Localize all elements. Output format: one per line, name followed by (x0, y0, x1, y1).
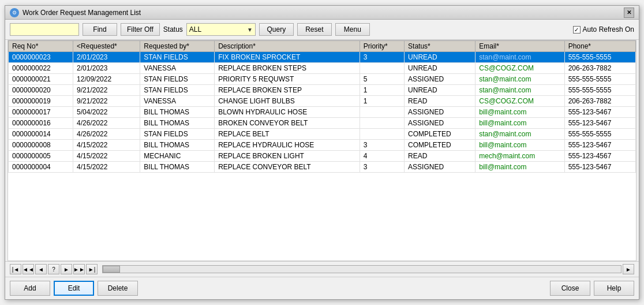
table-cell-3: CHANGE LIGHT BULBS (215, 96, 360, 107)
table-cell-1: 2/01/2023 (73, 63, 140, 74)
add-button[interactable]: Add (10, 281, 50, 296)
table-row[interactable]: 00000000199/21/2022VANESSACHANGE LIGHT B… (9, 96, 636, 107)
nav-prev-prev-button[interactable]: ◄◄ (23, 264, 34, 274)
table-cell-0: 0000000016 (9, 118, 73, 129)
table-cell-7: 555-555-5555 (564, 52, 635, 63)
status-dropdown[interactable]: ALL ▼ (186, 23, 256, 36)
status-value: ALL (189, 25, 201, 34)
reset-button[interactable]: Reset (297, 23, 332, 36)
nav-next-button[interactable]: ► (61, 264, 72, 274)
table-row[interactable]: 00000000054/15/2022MECHANICREPLACE BROKE… (9, 151, 636, 162)
table-cell-7: 555-555-5555 (564, 129, 635, 140)
horizontal-scrollbar[interactable] (102, 265, 621, 273)
nav-prev-button[interactable]: ◄ (35, 264, 47, 274)
table-cell-7: 555-123-5467 (564, 162, 635, 173)
table-cell-5: ASSIGNED (405, 74, 475, 85)
table-cell-1: 2/01/2023 (73, 52, 140, 63)
table-cell-1: 4/15/2022 (73, 140, 140, 151)
nav-last-button[interactable]: ►| (86, 264, 98, 274)
table-cell-1: 4/26/2022 (73, 118, 140, 129)
table-cell-5: ASSIGNED (405, 162, 475, 173)
nav-next-next-button[interactable]: ►► (73, 264, 85, 274)
toolbar: Find Filter Off Status ALL ▼ Query Reset… (5, 20, 639, 40)
table-cell-0: 0000000005 (9, 151, 73, 162)
table-cell-4 (360, 107, 404, 118)
search-input[interactable] (10, 23, 79, 36)
col-requested: <Requested* (73, 41, 140, 52)
help-button[interactable]: Help (594, 281, 634, 296)
table-cell-2: BILL THOMAS (140, 140, 215, 151)
table-cell-7: 206-263-7882 (564, 63, 635, 74)
table-cell-1: 4/26/2022 (73, 129, 140, 140)
table-cell-2: STAN FIELDS (140, 74, 215, 85)
table-cell-5: ASSIGNED (405, 118, 475, 129)
window-close-button[interactable]: ✕ (624, 8, 634, 18)
col-status: Status* (405, 41, 475, 52)
table-header-row: Req No* <Requested* Requested by* Descri… (9, 41, 636, 52)
data-table-container[interactable]: Req No* <Requested* Requested by* Descri… (8, 40, 636, 261)
table-cell-3: REPLACE BROKEN STEP (215, 85, 360, 96)
footer-bar: Add Edit Delete Close Help (5, 277, 639, 299)
find-button[interactable]: Find (83, 23, 117, 36)
table-cell-1: 9/21/2022 (73, 85, 140, 96)
col-requested-by: Requested by* (140, 41, 215, 52)
table-cell-3: REPLACE BROKEN LIGHT (215, 151, 360, 162)
table-cell-5: COMPLETED (405, 129, 475, 140)
table-cell-3: PRIORITY 5 REQUWST (215, 74, 360, 85)
table-row[interactable]: 00000000222/01/2023VANESSAREPLACE BROKEN… (9, 63, 636, 74)
table-row[interactable]: 00000000144/26/2022STAN FIELDSREPLACE BE… (9, 129, 636, 140)
table-cell-3: BLOWN HYDRAULIC HOSE (215, 107, 360, 118)
auto-refresh-label: Auto Refresh On (583, 25, 634, 34)
table-cell-1: 4/15/2022 (73, 151, 140, 162)
auto-refresh-checkbox[interactable]: ✓ (573, 26, 581, 34)
title-bar-left: ⚙ Work Order Request Management List (10, 8, 141, 17)
table-cell-2: STAN FIELDS (140, 85, 215, 96)
table-cell-5: UNREAD (405, 63, 475, 74)
table-cell-0: 0000000008 (9, 140, 73, 151)
filter-off-button[interactable]: Filter Off (121, 23, 160, 36)
table-cell-6: CS@COGZ.COM (475, 96, 564, 107)
table-cell-0: 0000000017 (9, 107, 73, 118)
table-body: 00000000232/01/2023STAN FIELDSFIX BROKEN… (9, 52, 636, 173)
table-cell-2: BILL THOMAS (140, 118, 215, 129)
table-cell-0: 0000000019 (9, 96, 73, 107)
table-row[interactable]: 00000000164/26/2022BILL THOMASBROKEN CON… (9, 118, 636, 129)
delete-button[interactable]: Delete (98, 281, 138, 296)
table-row[interactable]: 00000000044/15/2022BILL THOMASREPLACE CO… (9, 162, 636, 173)
scroll-right-button[interactable]: ► (623, 264, 634, 274)
table-cell-6: stan@maint.com (475, 74, 564, 85)
col-email: Email* (475, 41, 564, 52)
close-button[interactable]: Close (550, 281, 590, 296)
table-cell-3: REPLACE HYDRAULIC HOSE (215, 140, 360, 151)
table-cell-4: 1 (360, 85, 404, 96)
table-row[interactable]: 00000000084/15/2022BILL THOMASREPLACE HY… (9, 140, 636, 151)
table-cell-4: 3 (360, 140, 404, 151)
table-row[interactable]: 00000000209/21/2022STAN FIELDSREPLACE BR… (9, 85, 636, 96)
table-cell-3: FIX BROKEN SPROCKET (215, 52, 360, 63)
col-phone: Phone* (564, 41, 635, 52)
status-label: Status (163, 25, 183, 34)
nav-first-button[interactable]: |◄ (10, 264, 21, 274)
table-cell-4: 3 (360, 52, 404, 63)
query-button[interactable]: Query (259, 23, 294, 36)
col-description: Description* (215, 41, 360, 52)
table-cell-2: MECHANIC (140, 151, 215, 162)
table-row[interactable]: 00000000232/01/2023STAN FIELDSFIX BROKEN… (9, 52, 636, 63)
table-row[interactable]: 000000002112/09/2022STAN FIELDSPRIORITY … (9, 74, 636, 85)
table-cell-5: UNREAD (405, 52, 475, 63)
menu-button[interactable]: Menu (335, 23, 370, 36)
table-cell-0: 0000000004 (9, 162, 73, 173)
table-cell-7: 555-555-5555 (564, 85, 635, 96)
table-cell-6: stan@maint.com (475, 52, 564, 63)
table-cell-6: stan@maint.com (475, 85, 564, 96)
table-row[interactable]: 00000000175/04/2022BILL THOMASBLOWN HYDR… (9, 107, 636, 118)
table-cell-1: 4/15/2022 (73, 162, 140, 173)
scroll-thumb[interactable] (103, 266, 120, 273)
table-cell-7: 555-555-5555 (564, 74, 635, 85)
table-cell-1: 9/21/2022 (73, 96, 140, 107)
table-cell-4: 4 (360, 151, 404, 162)
edit-button[interactable]: Edit (54, 281, 94, 296)
table-cell-0: 0000000023 (9, 52, 73, 63)
nav-question-button[interactable]: ? (48, 264, 59, 274)
table-cell-0: 0000000022 (9, 63, 73, 74)
